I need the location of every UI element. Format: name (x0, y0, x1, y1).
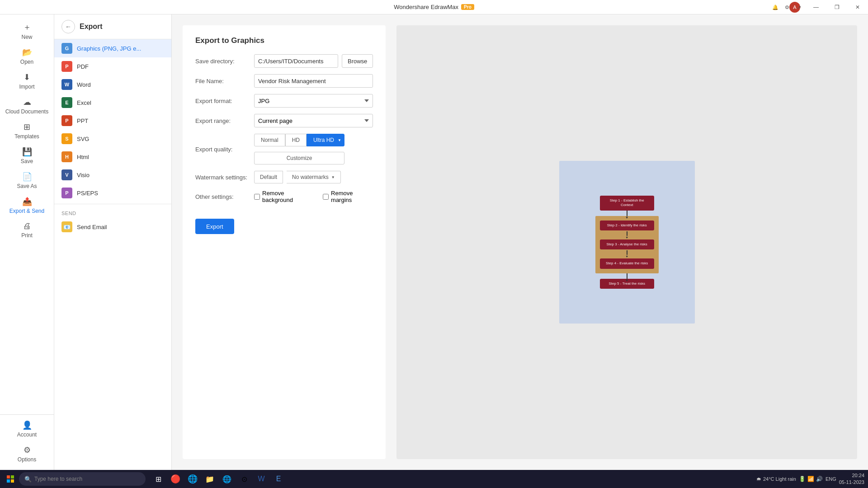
quality-hd-button[interactable]: HD (285, 134, 307, 146)
sidebar-item-options[interactable]: ⚙ Options (0, 441, 54, 466)
sidebar-item-import[interactable]: ⬇ Import (0, 69, 54, 94)
sidebar-item-saveas[interactable]: 📄 Save As (0, 168, 54, 193)
taskbar-app-chrome[interactable]: ⊙ (236, 471, 252, 487)
flow-arrow-3 (627, 250, 627, 255)
pdf-format-icon: P (61, 61, 72, 72)
taskbar-app-browser2[interactable]: 🌐 (184, 471, 201, 487)
file-name-input[interactable] (254, 74, 373, 88)
browser2-icon: 🌐 (188, 474, 198, 484)
quality-group: Normal HD Ultra HD (254, 134, 344, 146)
options-icon: ⚙ (24, 445, 31, 455)
battery-icon: 🔋 (799, 476, 806, 482)
flow-step-2: Step 2 - Identify the risks (600, 221, 654, 230)
save-directory-input[interactable] (254, 54, 338, 68)
flowchart: Step 1 - Establish the Context Step 2 - … (595, 196, 659, 289)
format-item-ppt[interactable]: P PPT (54, 112, 171, 130)
preview-inner: Step 1 - Establish the Context Step 2 - … (559, 161, 695, 324)
visio-format-icon: V (61, 169, 72, 180)
format-item-visio[interactable]: V Visio (54, 166, 171, 184)
sidebar-item-print[interactable]: 🖨 Print (0, 218, 54, 242)
flow-arrow-2 (627, 231, 627, 236)
remove-background-checkbox[interactable]: Remove background (254, 190, 314, 203)
open-icon: 📂 (22, 47, 32, 57)
quality-normal-button[interactable]: Normal (254, 134, 285, 146)
sidebar-item-open[interactable]: 📂 Open (0, 44, 54, 69)
export-format-control: JPG PNG BMP (254, 94, 373, 108)
word-taskbar-icon: W (258, 475, 264, 483)
wifi-icon: 📶 (807, 476, 814, 482)
export-form: Export to Graphics Save directory: Brows… (183, 25, 386, 459)
files-icon: 📁 (205, 475, 214, 483)
format-item-pseps[interactable]: P PS/EPS (54, 184, 171, 202)
sidebar-item-templates[interactable]: ⊞ Templates (0, 118, 54, 143)
taskbar-search[interactable]: 🔍 Type here to search (19, 472, 146, 486)
sidebar-bottom: 👤 Account ⚙ Options (0, 414, 54, 466)
export-quality-row: Export quality: Normal HD Ultra HD Custo… (195, 134, 373, 164)
notification-icon[interactable]: 🔔 (770, 2, 780, 12)
sidebar-item-new[interactable]: ＋ New (0, 18, 54, 44)
edge-icon: 🌐 (222, 475, 231, 483)
export-format-select[interactable]: JPG PNG BMP (254, 94, 373, 108)
export-button[interactable]: Export (195, 219, 234, 234)
format-item-word[interactable]: W Word (54, 75, 171, 94)
ppt-format-icon: P (61, 115, 72, 126)
export-range-control: Current page All pages (254, 114, 373, 127)
watermark-select-button[interactable]: No watermarks (287, 171, 341, 183)
flow-step-4: Step 4 - Evaluate the risks (600, 258, 654, 268)
graphics-format-icon: G (61, 43, 72, 54)
export-range-select[interactable]: Current page All pages (254, 114, 373, 127)
watermark-default-button[interactable]: Default (254, 171, 283, 183)
windows-logo-icon (6, 475, 14, 483)
taskbar-search-text: Type here to search (34, 476, 82, 482)
sidebar-item-account[interactable]: 👤 Account (0, 417, 54, 441)
svg-rect-2 (7, 479, 10, 483)
format-item-svg[interactable]: S SVG (54, 130, 171, 148)
flow-step-3: Step 3 - Analyse the risks (600, 239, 654, 249)
sidebar-item-cloud[interactable]: ☁ Cloud Documents (0, 94, 54, 118)
titlebar: Wondershare EdrawMax Pro A 🔔 ⚙ ↗ — ❐ ✕ (0, 0, 868, 14)
cloud-icon: ☁ (23, 97, 31, 107)
start-button[interactable] (4, 472, 17, 486)
minimize-button[interactable]: — (806, 0, 826, 14)
back-button[interactable]: ← (61, 20, 75, 33)
remove-background-input[interactable] (254, 194, 260, 200)
svg-format-icon: S (61, 133, 72, 144)
sidebar-item-save[interactable]: 💾 Save (0, 143, 54, 168)
sidebar-item-export[interactable]: 📤 Export & Send (0, 193, 54, 218)
customize-button[interactable]: Customize (254, 152, 344, 164)
taskbar-app-files[interactable]: 📁 (202, 471, 218, 487)
saveas-icon: 📄 (22, 172, 32, 182)
taskbar-app-word[interactable]: W (253, 471, 269, 487)
format-item-graphics[interactable]: G Graphics (PNG, JPG e... (54, 39, 171, 57)
export-sidebar: ← Export G Graphics (PNG, JPG e... P PDF… (54, 14, 172, 470)
account-icon: 👤 (22, 420, 32, 430)
restore-button[interactable]: ❐ (826, 0, 847, 14)
taskbar-app-browser1[interactable]: 🔴 (167, 471, 184, 487)
taskbar-weather: 🌧 24°C Light rain (756, 476, 796, 482)
svg-rect-0 (7, 475, 10, 479)
taskbar-app-widgets[interactable]: ⊞ (150, 471, 166, 487)
export-format-label: Export format: (195, 98, 250, 104)
flow-arrow-1 (627, 211, 627, 216)
settings-icon[interactable]: ⚙ (782, 2, 792, 12)
close-button[interactable]: ✕ (847, 0, 868, 14)
share-icon[interactable]: ↗ (794, 2, 804, 12)
save-directory-control: Browse (254, 54, 373, 68)
format-item-excel[interactable]: E Excel (54, 94, 171, 112)
volume-icon: 🔊 (816, 476, 823, 482)
format-item-pdf[interactable]: P PDF (54, 57, 171, 75)
export-panel-title: Export (80, 23, 103, 31)
taskbar-app-edraw[interactable]: E (270, 471, 287, 487)
send-email-item[interactable]: 📧 Send Email (54, 218, 171, 236)
format-item-html[interactable]: H Html (54, 148, 171, 166)
excel-format-icon: E (61, 97, 72, 108)
pro-badge: Pro (461, 4, 474, 10)
save-directory-label: Save directory: (195, 58, 250, 65)
quality-ultra-hd-button[interactable]: Ultra HD (307, 134, 344, 146)
taskbar-app-edge[interactable]: 🌐 (219, 471, 235, 487)
svg-rect-1 (11, 475, 14, 479)
remove-margins-input[interactable] (323, 194, 329, 200)
print-icon: 🖨 (23, 221, 31, 231)
remove-margins-checkbox[interactable]: Remove margins (323, 190, 373, 203)
browse-button[interactable]: Browse (342, 54, 373, 68)
